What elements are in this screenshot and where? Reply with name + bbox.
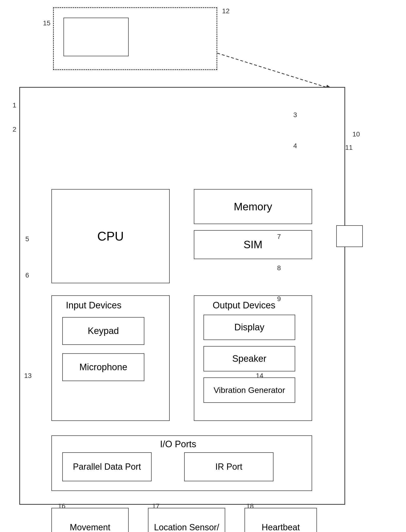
io-ports-title: I/O Ports bbox=[160, 439, 196, 449]
memory-box: Memory bbox=[194, 189, 312, 224]
display-box: Display bbox=[203, 315, 295, 340]
label-14: 14 bbox=[256, 372, 263, 380]
label-18: 18 bbox=[246, 502, 254, 510]
label-12: 12 bbox=[222, 7, 230, 15]
label-4: 4 bbox=[293, 142, 297, 150]
movement-sensor-box: MovementSensor/Detector bbox=[51, 508, 129, 532]
output-devices-title: Output Devices bbox=[213, 300, 276, 311]
label-5: 5 bbox=[25, 235, 29, 243]
microphone-label: Microphone bbox=[80, 362, 127, 372]
label-6: 6 bbox=[25, 271, 29, 279]
svg-line-0 bbox=[217, 53, 333, 89]
vibration-generator-label: Vibration Generator bbox=[214, 386, 285, 395]
speaker-box: Speaker bbox=[203, 346, 295, 372]
microphone-box: Microphone bbox=[62, 353, 144, 381]
label-7: 7 bbox=[277, 233, 281, 240]
heartbeat-monitor-box: HeartbeatMonitor bbox=[245, 508, 317, 532]
label-13: 13 bbox=[24, 372, 32, 380]
top-dashed-box bbox=[53, 7, 217, 70]
label-16: 16 bbox=[58, 502, 65, 510]
sim-label: SIM bbox=[244, 239, 262, 251]
location-sensor-box: Location Sensor/Detector bbox=[148, 508, 225, 532]
memory-label: Memory bbox=[234, 201, 272, 213]
movement-sensor-label: MovementSensor/Detector bbox=[59, 522, 121, 532]
cpu-box: CPU bbox=[51, 189, 170, 283]
label-10: 10 bbox=[352, 131, 360, 138]
ir-port-box: IR Port bbox=[184, 452, 274, 481]
label-1: 1 bbox=[13, 102, 16, 109]
keypad-box: Keypad bbox=[62, 317, 144, 345]
speaker-label: Speaker bbox=[232, 354, 267, 364]
sim-box: SIM bbox=[194, 230, 312, 259]
cpu-label: CPU bbox=[97, 229, 124, 243]
radio-box bbox=[336, 225, 363, 247]
display-label: Display bbox=[234, 322, 265, 333]
label-11: 11 bbox=[345, 144, 353, 151]
parallel-data-port-label: Parallel Data Port bbox=[73, 462, 141, 472]
label-3: 3 bbox=[293, 111, 297, 119]
label-17: 17 bbox=[152, 502, 160, 510]
heartbeat-monitor-label: HeartbeatMonitor bbox=[262, 522, 300, 532]
location-sensor-label: Location Sensor/Detector bbox=[154, 522, 219, 532]
label-15: 15 bbox=[43, 19, 51, 27]
diagram-container: 15 12 CPU Memory SIM Input Devices Keypa… bbox=[0, 0, 406, 532]
label-2: 2 bbox=[13, 126, 16, 133]
ir-port-label: IR Port bbox=[215, 462, 242, 472]
vibration-generator-box: Vibration Generator bbox=[203, 378, 295, 403]
keypad-label: Keypad bbox=[88, 326, 119, 336]
label-9: 9 bbox=[277, 295, 281, 303]
top-dashed-inner-box bbox=[64, 18, 129, 56]
input-devices-title: Input Devices bbox=[66, 300, 121, 311]
parallel-data-port-box: Parallel Data Port bbox=[62, 452, 152, 481]
label-8: 8 bbox=[277, 264, 281, 272]
